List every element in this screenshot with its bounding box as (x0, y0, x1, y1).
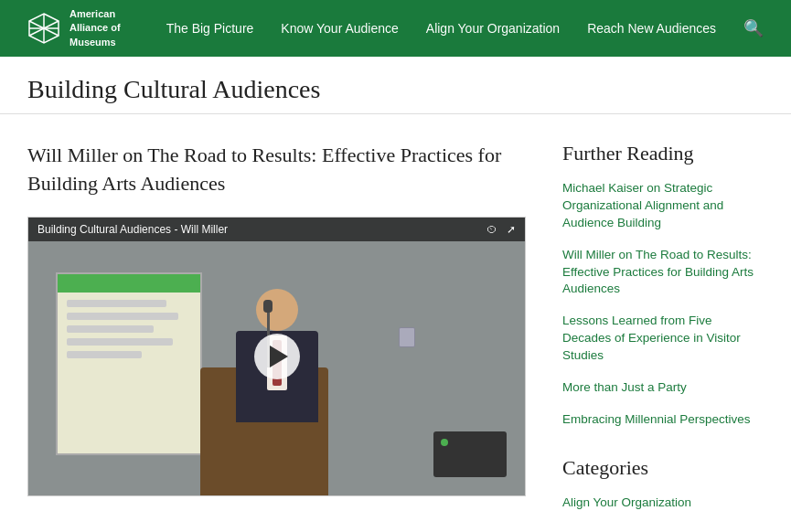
chart-header (58, 274, 200, 293)
video-chart (56, 272, 202, 455)
further-reading-link-4[interactable]: More than Just a Party (562, 380, 687, 394)
list-item: Will Miller on The Road to Results: Effe… (562, 247, 764, 299)
chart-line (67, 351, 142, 358)
list-item: Align Your Organization (562, 495, 764, 510)
further-reading-link-5[interactable]: Embracing Millennial Perspectives (562, 412, 751, 426)
further-reading-list: Michael Kaiser on Strategic Organization… (562, 180, 764, 429)
categories-list: Align Your Organization (562, 495, 764, 510)
chart-line (67, 338, 173, 346)
page-title: Building Cultural Audiences (27, 75, 764, 104)
main-content: Will Miller on The Road to Results: Effe… (0, 114, 791, 532)
share-icon: ➚ (507, 223, 516, 236)
equipment-light (441, 439, 448, 446)
logo-text: American Alliance of Museums (69, 7, 121, 49)
site-header: American Alliance of Museums The Big Pic… (0, 0, 791, 57)
categories-title: Categories (562, 456, 764, 480)
left-column: Will Miller on The Road to Results: Effe… (27, 142, 526, 517)
chart-lines (58, 293, 200, 366)
list-item: Embracing Millennial Perspectives (562, 411, 764, 429)
video-player[interactable]: Building Cultural Audiences - Will Mille… (27, 217, 526, 497)
nav-item-align-org[interactable]: Align Your Organization (426, 21, 560, 36)
chart-line (67, 325, 154, 333)
clock-icon: ⏲ (486, 223, 497, 236)
aam-logo-icon (27, 12, 60, 45)
list-item: Michael Kaiser on Strategic Organization… (562, 180, 764, 232)
play-button[interactable] (254, 334, 300, 379)
main-nav: The Big Picture Know Your Audience Align… (166, 18, 764, 38)
category-link-1[interactable]: Align Your Organization (562, 495, 691, 509)
chart-line (67, 300, 166, 307)
further-reading-link-1[interactable]: Michael Kaiser on Strategic Organization… (562, 181, 723, 229)
further-reading-title: Further Reading (562, 142, 764, 165)
list-item: Lessons Learned from Five Decades of Exp… (562, 313, 764, 365)
sidebar: Further Reading Michael Kaiser on Strate… (562, 142, 764, 517)
article-title: Will Miller on The Road to Results: Effe… (27, 142, 526, 198)
further-reading-link-2[interactable]: Will Miller on The Road to Results: Effe… (562, 248, 754, 296)
site-logo[interactable]: American Alliance of Museums (27, 7, 121, 49)
nav-item-big-picture[interactable]: The Big Picture (166, 21, 254, 36)
search-button[interactable]: 🔍 (743, 18, 764, 38)
person-head (256, 289, 298, 331)
video-outlet (399, 327, 415, 347)
video-equipment (433, 431, 507, 477)
chart-line (67, 313, 178, 320)
video-title-label: Building Cultural Audiences - Will Mille… (37, 223, 228, 236)
page-title-section: Building Cultural Audiences (0, 57, 791, 114)
play-icon (270, 346, 288, 367)
nav-item-know-audience[interactable]: Know Your Audience (281, 21, 398, 36)
list-item: More than Just a Party (562, 379, 764, 397)
video-bar: Building Cultural Audiences - Will Mille… (28, 218, 525, 241)
nav-item-reach-audiences[interactable]: Reach New Audiences (587, 21, 716, 36)
video-scene (28, 218, 525, 496)
video-controls: ⏲ ➚ (486, 223, 516, 236)
further-reading-link-3[interactable]: Lessons Learned from Five Decades of Exp… (562, 314, 741, 362)
